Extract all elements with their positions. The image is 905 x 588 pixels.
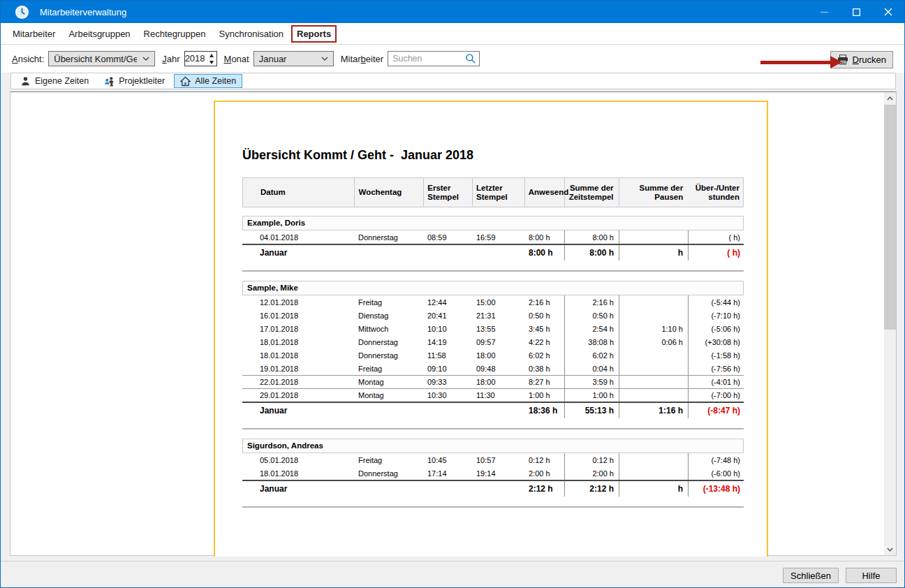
table-row: 17.01.2018Mittwoch10:1013:553:45 h2:54 h…	[242, 322, 744, 335]
search-icon[interactable]	[465, 53, 476, 64]
menu-item-reports[interactable]: Reports	[293, 27, 335, 41]
tab-projektleiter[interactable]: Projektleiter	[98, 74, 171, 88]
jahr-spinner[interactable]: 2018	[184, 51, 217, 66]
total-cell	[424, 481, 473, 497]
scrollbar-thumb[interactable]	[884, 105, 896, 330]
schliessen-button[interactable]: Schließen	[783, 568, 839, 583]
table-cell	[619, 453, 689, 466]
table-cell	[619, 230, 689, 244]
drucken-button-label: Drucken	[853, 54, 886, 65]
table-cell: ( h)	[689, 230, 744, 244]
table-cell: 2:54 h	[565, 322, 619, 335]
app-window: Mitarbeiterverwaltung MitarbeiterArbeits…	[0, 0, 905, 588]
spinner-up-button[interactable]	[207, 52, 216, 59]
table-cell: 11:58	[424, 348, 473, 362]
table-cell	[619, 309, 689, 322]
total-cell	[473, 245, 525, 260]
table-row: 05.01.2018Freitag10:4510:570:12 h0:12 h(…	[242, 453, 744, 466]
mitarbeiter-search	[388, 51, 480, 66]
vertical-scrollbar[interactable]	[884, 92, 896, 555]
table-cell: 09:48	[473, 362, 525, 375]
table-cell: 18.01.2018	[242, 348, 354, 362]
section-end-divider	[242, 506, 744, 508]
table-row: 16.01.2018Dienstag20:4121:310:50 h0:50 h…	[242, 309, 744, 322]
search-input[interactable]	[391, 53, 465, 64]
table-cell: 09:57	[473, 335, 525, 348]
table-row: 19.01.2018Freitag09:1009:480:38 h0:04 h(…	[242, 362, 744, 375]
table-row: 12.01.2018Freitag12:4415:002:16 h2:16 h(…	[242, 295, 744, 309]
total-cell: 2:12 h	[565, 481, 619, 497]
table-cell: 0:50 h	[525, 309, 565, 322]
ansicht-selected-value: Übersicht Kommt/Geht	[54, 54, 137, 64]
table-cell: (-7:00 h)	[689, 389, 744, 402]
total-cell: (-13:48 h)	[689, 481, 744, 497]
ansicht-select[interactable]: Übersicht Kommt/Geht	[48, 51, 155, 66]
employee-name: Example, Doris	[242, 216, 744, 230]
total-cell	[473, 481, 525, 497]
column-header: Summe der Pausen	[619, 178, 689, 207]
monat-label: Monat	[224, 54, 249, 64]
table-cell: 29.01.2018	[242, 389, 354, 402]
table-cell: 1:00 h	[525, 389, 565, 402]
table-cell: 18.01.2018	[242, 335, 354, 348]
minimize-button[interactable]	[808, 1, 840, 23]
table-cell: 08:59	[424, 230, 473, 244]
tab-label: Eigene Zeiten	[35, 76, 89, 86]
column-header: Wochentag	[355, 178, 425, 207]
table-cell: 1:10 h	[619, 322, 689, 335]
table-cell: 09:10	[424, 362, 473, 375]
scroll-up-button[interactable]	[884, 92, 896, 104]
maximize-button[interactable]	[840, 1, 872, 23]
total-cell: 55:13 h	[565, 403, 619, 418]
menu-item-synchronisation[interactable]: Synchronisation	[215, 27, 288, 41]
monat-select[interactable]: Januar	[253, 51, 334, 66]
hilfe-button[interactable]: Hilfe	[846, 568, 897, 583]
table-cell: 13:55	[473, 322, 525, 335]
table-cell	[619, 376, 689, 388]
table-cell: 6:02 h	[565, 348, 619, 362]
total-cell: 8:00 h	[565, 245, 619, 260]
menu-item-arbeitsgruppen[interactable]: Arbeitsgruppen	[64, 27, 134, 41]
window-title: Mitarbeiterverwaltung	[40, 7, 126, 17]
column-header: Über-/Unter stunden	[688, 178, 743, 207]
table-cell: 0:50 h	[565, 309, 619, 322]
spinner-down-button[interactable]	[207, 59, 216, 66]
table-cell: 16.01.2018	[242, 309, 354, 322]
table-cell: (-1:58 h)	[689, 348, 744, 362]
scroll-down-button[interactable]	[884, 543, 896, 555]
chevron-down-icon	[142, 57, 149, 61]
menu-item-rechtegruppen[interactable]: Rechtegruppen	[140, 27, 210, 41]
table-cell: 4:22 h	[525, 335, 565, 348]
table-cell: (-7:56 h)	[689, 362, 744, 375]
tab-eigene-zeiten[interactable]: Eigene Zeiten	[14, 74, 95, 88]
total-label: Januar	[242, 403, 354, 418]
tab-label: Projektleiter	[119, 76, 165, 86]
column-header: Letzter Stempel	[473, 178, 525, 207]
total-label: Januar	[242, 481, 354, 497]
table-cell: 6:02 h	[525, 348, 565, 362]
table-cell: 05.01.2018	[242, 453, 354, 466]
ansicht-label: Ansicht:	[12, 54, 44, 64]
title-bar: Mitarbeiterverwaltung	[1, 1, 904, 23]
table-cell: 10:10	[424, 322, 473, 335]
close-button[interactable]	[872, 1, 904, 23]
mitarbeiter-label: Mitarbeiter	[341, 54, 383, 64]
table-cell: (-7:48 h)	[689, 453, 744, 466]
table-cell: Montag	[354, 376, 424, 388]
table-cell: Donnerstag	[354, 466, 424, 480]
table-cell: (-7:10 h)	[689, 309, 744, 322]
table-cell: 22.01.2018	[242, 376, 354, 388]
table-cell: Montag	[354, 389, 424, 402]
tab-alle-zeiten[interactable]: Alle Zeiten	[174, 74, 242, 88]
table-cell: (-6:00 h)	[689, 466, 744, 480]
menu-item-mitarbeiter[interactable]: Mitarbeiter	[8, 27, 59, 41]
table-cell: 0:38 h	[525, 362, 565, 375]
table-cell: (+30:08 h)	[689, 335, 744, 348]
table-cell: 18:00	[473, 376, 525, 388]
table-row: 22.01.2018Montag09:3318:008:27 h3:59 h(-…	[242, 375, 744, 388]
table-cell	[619, 362, 689, 375]
table-cell: Freitag	[354, 295, 424, 309]
table-cell: 18.01.2018	[242, 466, 354, 480]
table-cell: 2:16 h	[565, 295, 619, 309]
table-cell: 3:45 h	[525, 322, 565, 335]
